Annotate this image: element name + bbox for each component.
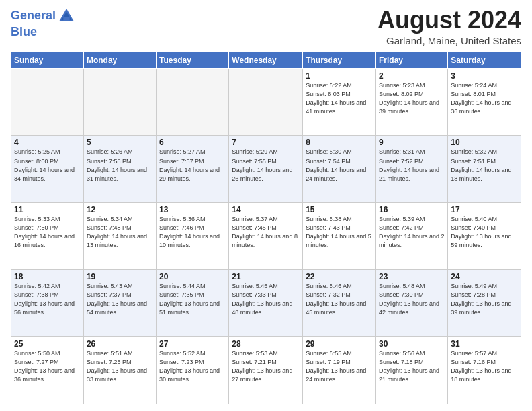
weekday-header-tuesday: Tuesday — [157, 52, 229, 68]
day-number: 16 — [379, 205, 445, 214]
day-info: Sunrise: 5:53 AMSunset: 7:21 PMDaylight:… — [232, 349, 300, 384]
calendar-cell: 2Sunrise: 5:23 AMSunset: 8:02 PMDaylight… — [376, 68, 448, 136]
day-info: Sunrise: 5:37 AMSunset: 7:45 PMDaylight:… — [232, 215, 300, 250]
title-block: August 2024 Garland, Maine, United State… — [378, 7, 521, 46]
day-info: Sunrise: 5:32 AMSunset: 7:51 PMDaylight:… — [451, 148, 518, 183]
calendar-cell: 1Sunrise: 5:22 AMSunset: 8:03 PMDaylight… — [303, 68, 376, 136]
day-number: 27 — [159, 339, 226, 349]
calendar-cell: 29Sunrise: 5:55 AMSunset: 7:19 PMDayligh… — [303, 337, 376, 404]
day-info: Sunrise: 5:33 AMSunset: 7:50 PMDaylight:… — [14, 215, 81, 250]
page: General Blue August 2024 Garland, Maine,… — [0, 0, 532, 411]
calendar-cell: 16Sunrise: 5:39 AMSunset: 7:42 PMDayligh… — [376, 203, 448, 270]
day-number: 14 — [232, 205, 300, 214]
day-number: 13 — [159, 205, 226, 214]
calendar-cell: 9Sunrise: 5:31 AMSunset: 7:52 PMDaylight… — [376, 136, 448, 203]
day-number: 17 — [451, 205, 518, 214]
weekday-header-thursday: Thursday — [303, 52, 376, 68]
logo-text: General — [11, 9, 56, 23]
day-number: 8 — [306, 138, 373, 147]
calendar-cell: 15Sunrise: 5:38 AMSunset: 7:43 PMDayligh… — [303, 203, 376, 270]
day-info: Sunrise: 5:25 AMSunset: 8:00 PMDaylight:… — [14, 148, 81, 183]
day-info: Sunrise: 5:40 AMSunset: 7:40 PMDaylight:… — [451, 215, 518, 250]
day-number: 23 — [379, 272, 445, 281]
calendar-week-3: 11Sunrise: 5:33 AMSunset: 7:50 PMDayligh… — [11, 203, 521, 270]
day-number: 5 — [87, 138, 153, 147]
day-number: 22 — [306, 272, 373, 281]
day-info: Sunrise: 5:36 AMSunset: 7:46 PMDaylight:… — [159, 215, 226, 250]
calendar-cell: 21Sunrise: 5:45 AMSunset: 7:33 PMDayligh… — [229, 270, 303, 337]
day-number: 26 — [87, 339, 153, 349]
day-number: 18 — [14, 272, 81, 281]
day-number: 6 — [159, 138, 226, 147]
calendar-cell — [83, 68, 156, 136]
day-number: 24 — [451, 272, 518, 281]
logo-blue: Blue — [11, 26, 76, 39]
day-number: 21 — [232, 272, 300, 281]
day-info: Sunrise: 5:38 AMSunset: 7:43 PMDaylight:… — [306, 215, 373, 250]
calendar-cell: 19Sunrise: 5:43 AMSunset: 7:37 PMDayligh… — [83, 270, 156, 337]
day-info: Sunrise: 5:22 AMSunset: 8:03 PMDaylight:… — [306, 81, 373, 116]
day-number: 3 — [451, 71, 518, 81]
day-info: Sunrise: 5:44 AMSunset: 7:35 PMDaylight:… — [159, 282, 226, 317]
calendar-cell: 13Sunrise: 5:36 AMSunset: 7:46 PMDayligh… — [157, 203, 229, 270]
calendar-cell: 27Sunrise: 5:52 AMSunset: 7:23 PMDayligh… — [157, 337, 229, 404]
calendar-cell — [229, 68, 303, 136]
calendar-cell: 11Sunrise: 5:33 AMSunset: 7:50 PMDayligh… — [11, 203, 84, 270]
calendar-cell: 31Sunrise: 5:57 AMSunset: 7:16 PMDayligh… — [448, 337, 521, 404]
calendar-cell: 12Sunrise: 5:34 AMSunset: 7:48 PMDayligh… — [83, 203, 156, 270]
calendar-week-5: 25Sunrise: 5:50 AMSunset: 7:27 PMDayligh… — [11, 337, 521, 404]
calendar-cell: 5Sunrise: 5:26 AMSunset: 7:58 PMDaylight… — [83, 136, 156, 203]
day-info: Sunrise: 5:56 AMSunset: 7:18 PMDaylight:… — [379, 349, 445, 384]
weekday-header-wednesday: Wednesday — [229, 52, 303, 68]
day-number: 30 — [379, 339, 445, 349]
header: General Blue August 2024 Garland, Maine,… — [11, 7, 521, 46]
day-number: 20 — [159, 272, 226, 281]
weekday-header-saturday: Saturday — [448, 52, 521, 68]
day-info: Sunrise: 5:34 AMSunset: 7:48 PMDaylight:… — [87, 215, 153, 250]
calendar-cell — [11, 68, 84, 136]
calendar-week-4: 18Sunrise: 5:42 AMSunset: 7:38 PMDayligh… — [11, 270, 521, 337]
weekday-header-sunday: Sunday — [11, 52, 84, 68]
logo: General Blue — [11, 7, 76, 39]
calendar-table: SundayMondayTuesdayWednesdayThursdayFrid… — [11, 52, 521, 404]
calendar-week-1: 1Sunrise: 5:22 AMSunset: 8:03 PMDaylight… — [11, 68, 521, 136]
day-info: Sunrise: 5:48 AMSunset: 7:30 PMDaylight:… — [379, 282, 445, 317]
calendar-cell: 4Sunrise: 5:25 AMSunset: 8:00 PMDaylight… — [11, 136, 84, 203]
day-info: Sunrise: 5:26 AMSunset: 7:58 PMDaylight:… — [87, 148, 153, 183]
calendar-cell: 7Sunrise: 5:29 AMSunset: 7:55 PMDaylight… — [229, 136, 303, 203]
day-number: 31 — [451, 339, 518, 349]
calendar-week-2: 4Sunrise: 5:25 AMSunset: 8:00 PMDaylight… — [11, 136, 521, 203]
day-number: 10 — [451, 138, 518, 147]
day-number: 7 — [232, 138, 300, 147]
day-info: Sunrise: 5:55 AMSunset: 7:19 PMDaylight:… — [306, 349, 373, 384]
day-info: Sunrise: 5:49 AMSunset: 7:28 PMDaylight:… — [451, 282, 518, 317]
svg-rect-2 — [63, 17, 69, 21]
day-number: 29 — [306, 339, 373, 349]
calendar-cell: 26Sunrise: 5:51 AMSunset: 7:25 PMDayligh… — [83, 337, 156, 404]
day-info: Sunrise: 5:46 AMSunset: 7:32 PMDaylight:… — [306, 282, 373, 317]
calendar-cell: 25Sunrise: 5:50 AMSunset: 7:27 PMDayligh… — [11, 337, 84, 404]
calendar-cell: 30Sunrise: 5:56 AMSunset: 7:18 PMDayligh… — [376, 337, 448, 404]
day-info: Sunrise: 5:31 AMSunset: 7:52 PMDaylight:… — [379, 148, 445, 183]
day-number: 28 — [232, 339, 300, 349]
calendar-cell: 22Sunrise: 5:46 AMSunset: 7:32 PMDayligh… — [303, 270, 376, 337]
day-number: 25 — [14, 339, 81, 349]
calendar-cell: 28Sunrise: 5:53 AMSunset: 7:21 PMDayligh… — [229, 337, 303, 404]
day-info: Sunrise: 5:27 AMSunset: 7:57 PMDaylight:… — [159, 148, 226, 183]
day-info: Sunrise: 5:43 AMSunset: 7:37 PMDaylight:… — [87, 282, 153, 317]
weekday-header-row: SundayMondayTuesdayWednesdayThursdayFrid… — [11, 52, 521, 68]
day-info: Sunrise: 5:52 AMSunset: 7:23 PMDaylight:… — [159, 349, 226, 384]
day-info: Sunrise: 5:24 AMSunset: 8:01 PMDaylight:… — [451, 81, 518, 116]
calendar-cell: 6Sunrise: 5:27 AMSunset: 7:57 PMDaylight… — [157, 136, 229, 203]
day-info: Sunrise: 5:45 AMSunset: 7:33 PMDaylight:… — [232, 282, 300, 317]
day-info: Sunrise: 5:42 AMSunset: 7:38 PMDaylight:… — [14, 282, 81, 317]
day-info: Sunrise: 5:57 AMSunset: 7:16 PMDaylight:… — [451, 349, 518, 384]
day-number: 15 — [306, 205, 373, 214]
month-title: August 2024 — [378, 7, 521, 34]
calendar-cell: 20Sunrise: 5:44 AMSunset: 7:35 PMDayligh… — [157, 270, 229, 337]
calendar-cell: 18Sunrise: 5:42 AMSunset: 7:38 PMDayligh… — [11, 270, 84, 337]
day-number: 1 — [306, 71, 373, 81]
day-number: 11 — [14, 205, 81, 214]
location-title: Garland, Maine, United States — [378, 35, 521, 46]
calendar-cell: 24Sunrise: 5:49 AMSunset: 7:28 PMDayligh… — [448, 270, 521, 337]
